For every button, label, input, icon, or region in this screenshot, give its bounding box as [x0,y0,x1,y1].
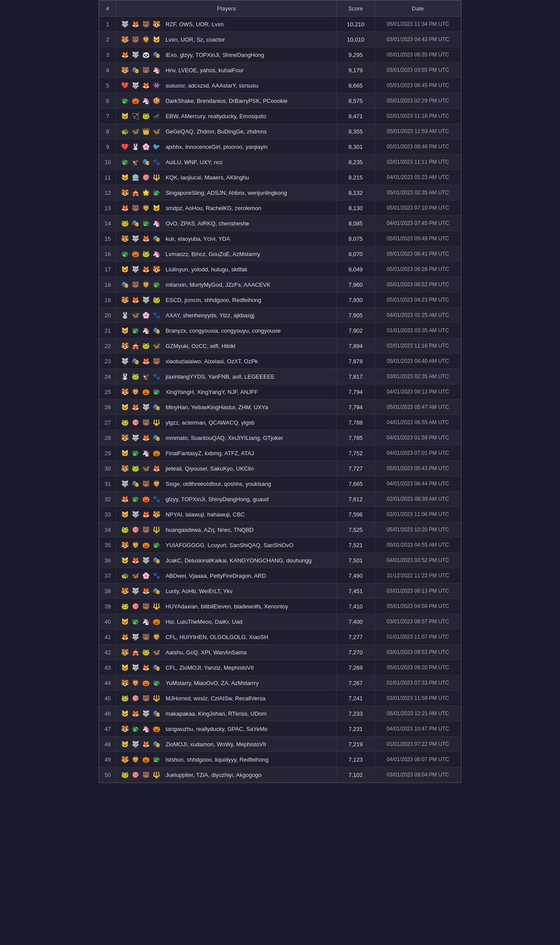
table-row: 12🐯🎪🌟🐲SingaporeSling, ADSJN, Ahbnx, wenj… [99,185,461,200]
player-avatar: 🐯 [120,678,130,688]
players-cell: 🐯🎭🐻🦄Hnv, LVEOE, yahos, kuhaiFour [116,63,336,78]
players-cell: 🐱🏹🐸🦟EBW, AMercury, reallyducky, Emosquit… [116,109,336,124]
player-names: ZioMOJI, xudamon, WnWy, MephistoVII [165,741,266,748]
player-names: milanxin, MortyMyGod, JZzFs, AAACEVK [165,281,270,288]
player-avatar: 🐸 [130,372,140,381]
player-avatar: 🐱 [151,203,161,213]
player-names: JcakC, DelusionalKaikai, KANGYONGCHANG, … [165,557,312,564]
table-row: 46🐱🦊🐺🎭makapakaa, KingJohan, RTkriss, UDo… [99,706,461,721]
players-cell: 🐯🎪🐸🦋GZMyuki, OzCC, wifl, Hibikl [116,338,336,354]
players-cell: 🦊🐲🎃🐾glzyy, TOPXinJi, ShinyDangHong, guau… [116,492,336,507]
rank-cell: 13 [99,200,116,216]
player-avatar: 🎭 [130,479,140,488]
rank-cell: 9 [99,139,116,155]
player-names: xiaotuziaiaiwо, Aizelasi, OzXT, OzPk [165,358,258,365]
date-cell: 05/01/2023 07:10 PM UTC [375,200,461,216]
player-avatar: 🎯 [130,525,140,534]
date-cell: 02/01/2023 11:16 PM UTC [375,338,461,354]
player-avatar: 👾 [151,81,161,90]
rank-cell: 2 [99,32,116,47]
players-cell: 🐯🐻🦁🐱Lvxn, UOR, Sz, coactor [116,32,336,47]
players-cell: 🦊🐺🐼🎭iExo, glzyy, TOPXinJi, ShineDangHong [116,47,336,63]
table-row: 20🐰🦋🌸🐾AXAY, shenhenyyds, Ytzz, ajkbasgj7… [99,308,461,323]
player-avatar: 🐱 [120,739,130,749]
score-cell: 7,794 [336,384,375,400]
player-avatar: 🦋 [130,310,140,320]
player-names: RZF, OWS, UOR, Lvxn [165,21,224,28]
rank-cell: 11 [99,170,116,185]
player-names: Hnv, LVEOE, yahos, kuhaiFour [165,67,244,74]
player-names: AXAY, shenhenyyds, Ytzz, ajkbasgj [165,312,254,319]
rank-cell: 8 [99,124,116,139]
player-names: Aaishu, GcQ, XPI, WanAnSama [165,649,246,656]
player-names: Hsi, LuluTheMeoo, DaiKr, Uad [165,618,242,625]
player-avatar: 🐾 [151,310,161,320]
rank-cell: 48 [99,737,116,752]
player-names: Lvxn, UOR, Sz, coactor [165,36,225,43]
score-cell: 7,788 [336,415,375,430]
player-avatar: 🎭 [151,739,161,749]
table-row: 3🦊🐺🐼🎭iExo, glzyy, TOPXinJi, ShineDangHon… [99,47,461,63]
table-row: 7🐱🏹🐸🦟EBW, AMercury, reallyducky, Emosqui… [99,109,461,124]
player-avatar: 🐻 [141,693,150,703]
rank-cell: 31 [99,476,116,492]
player-names: NPYAI, lalawuji, hahawuji, CBC [165,511,245,518]
player-avatar: 🌸 [141,310,150,320]
rank-cell: 16 [99,246,116,262]
player-names: jieteali, Qiyousei, SakuKyo, UKClin [165,465,254,472]
table-row: 41🦊🐺🐻🦁CFL, HUIYIHEN, OLGOLGOLG, XiaoSH7,… [99,629,461,645]
score-cell: 10,210 [336,17,375,32]
score-cell: 7,794 [336,400,375,415]
player-avatar: 🐱 [120,326,130,335]
players-cell: 🐱🐲🦄🎃Hsi, LuluTheMeoo, DaiKr, Uad [116,614,336,629]
player-avatar: 🐯 [120,234,130,243]
player-avatar: 🎃 [130,249,140,259]
player-avatar: 🐯 [120,586,130,596]
rank-cell: 23 [99,354,116,369]
player-avatar: 🐲 [151,280,161,289]
player-names: AuiLU, WNF, UXY, ncc [165,159,223,165]
player-avatar: 🐺 [130,264,140,274]
players-cell: 🐱🐺🦊🎭CFL, ZioMOJI, Yanziz, MephistoVII [116,660,336,675]
table-row: 6🐲🎃🦄🍪DarkShake, Brendanios, DrBarryPSK, … [99,93,461,109]
player-avatar: 🦁 [130,678,140,688]
date-cell: 04/01/2023 06:07 PM UTC [375,752,461,767]
player-avatar: 🐯 [120,387,130,397]
table-row: 47🐯🐲🦄🎃tangwuzhu, reallyducky, GPAC, SaYe… [99,721,461,737]
score-cell: 8,215 [336,170,375,185]
rank-cell: 5 [99,78,116,93]
player-avatar: 🐻 [141,632,150,642]
player-avatar: 🐻 [141,479,150,488]
player-avatar: 🦄 [151,65,161,75]
player-avatar: 🦋 [151,647,161,657]
player-avatar: 🦄 [141,617,150,626]
date-cell: 04/01/2023 01:25 AM UTC [375,308,461,323]
date-cell: 04/01/2023 07:01 PM UTC [375,446,461,461]
date-cell: 02/01/2023 11:11 PM UTC [375,155,461,170]
table-row: 45🐸🎯🐻🔱MJHorred, wsslz, CzlAISw, RecallVe… [99,691,461,706]
table-row: 8🐢🦋👑🦋GeGeQAQ, Zhdmn, BuDingGe, zhdmns8,3… [99,124,461,139]
table-row: 14🐸🎭🐲🦄OvO, ZPAS, AIRKQ, chensheshe8,0850… [99,216,461,231]
rank-cell: 24 [99,369,116,384]
date-cell: 03/01/2023 02:35 AM UTC [375,369,461,384]
player-avatar: 🦁 [151,479,161,488]
players-cell: 🎭🐻🦁🐲milanxin, MortyMyGod, JZzFs, AAACEVK [116,277,336,292]
player-avatar: 🎪 [130,188,140,197]
player-names: tangwuzhu, reallyducky, GPAC, SaYeMo [165,726,267,732]
players-cell: 🐯🦊🐺🐸ESCD, jcmcm, shhdgooo, Redfeihong [116,292,336,308]
player-avatar: 🐱 [120,555,130,565]
date-cell: 05/01/2023 04:55 AM UTC [375,537,461,553]
table-row: 5❤️🐺🦊👾susussr, adcxzsd, AAAstarY, ssrsus… [99,78,461,93]
date-header: Date [375,1,461,17]
table-row: 49🐯🦁🎃🐲lstshun, shhdgooo, liquidyyy, Redf… [99,752,461,767]
date-cell: 03/01/2023 06:13 PM UTC [375,583,461,599]
player-avatar: 🦄 [141,326,150,335]
player-avatar: 🐻 [141,19,150,29]
player-avatar: 🦋 [141,464,150,473]
table-row: 43🐱🐺🦊🎭CFL, ZioMOJI, Yanziz, MephistoVII7… [99,660,461,675]
player-avatar: 🐯 [120,647,130,657]
score-cell: 7,219 [336,737,375,752]
player-avatar: 🦋 [130,571,140,580]
table-row: 25🐯🦁🎃🐲XingYangH, XingYangY, NJF, ANJFF7,… [99,384,461,400]
table-row: 19🐯🦊🐺🐸ESCD, jcmcm, shhdgooo, Redfeihong7… [99,292,461,308]
